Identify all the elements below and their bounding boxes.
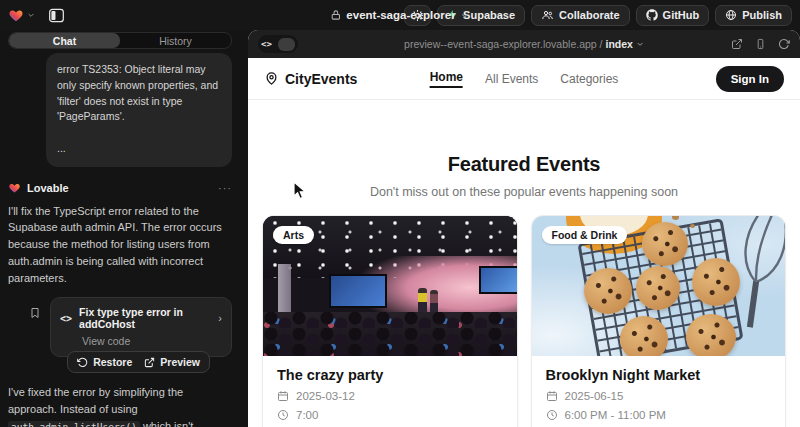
assistant-header: Lovable ··· bbox=[8, 182, 232, 194]
code-icon: <> bbox=[261, 39, 272, 49]
event-time: 7:00 bbox=[296, 409, 318, 421]
project-name: event-saga-explorer bbox=[346, 9, 455, 21]
user-message-ellipsis[interactable]: ... bbox=[57, 141, 221, 157]
event-date: 2025-03-12 bbox=[296, 390, 355, 402]
preview-url-page: index bbox=[606, 38, 633, 50]
preview-button[interactable]: Preview bbox=[144, 356, 200, 368]
publish-button[interactable]: Publish bbox=[715, 5, 792, 26]
featured-title: Featured Events bbox=[248, 153, 800, 176]
tab-history[interactable]: History bbox=[120, 33, 231, 48]
nav-all-events[interactable]: All Events bbox=[485, 72, 538, 86]
event-date-row: 2025-06-15 bbox=[546, 390, 772, 402]
calendar-icon bbox=[546, 390, 558, 402]
preview-panel: <> preview--event-saga-explorer.lovable.… bbox=[248, 30, 800, 427]
category-badge: Arts bbox=[273, 226, 314, 244]
code-preview-toggle[interactable]: <> bbox=[258, 35, 298, 53]
featured-subtitle: Don't miss out on these popular events h… bbox=[248, 185, 800, 199]
event-time-row: 6:00 PM - 11:00 PM bbox=[546, 409, 772, 421]
restore-icon bbox=[77, 357, 88, 368]
nav-categories[interactable]: Categories bbox=[560, 72, 618, 86]
lovable-heart-icon bbox=[8, 8, 24, 23]
code-icon: <> bbox=[60, 313, 72, 324]
category-badge: Food & Drink bbox=[542, 226, 628, 244]
event-time: 6:00 PM - 11:00 PM bbox=[565, 409, 666, 421]
people-icon bbox=[541, 9, 554, 21]
chat-history-tabs: Chat History bbox=[8, 32, 232, 49]
chevron-right-icon: › bbox=[218, 312, 222, 324]
nav-home[interactable]: Home bbox=[430, 70, 463, 88]
app-window: event-saga-explorer Supabase bbox=[0, 0, 800, 427]
site-brand-label: CityEvents bbox=[285, 71, 357, 87]
restore-button-label: Restore bbox=[93, 356, 132, 368]
event-title: The crazy party bbox=[277, 367, 503, 383]
top-bar: event-saga-explorer Supabase bbox=[0, 0, 800, 30]
site-preview: CityEvents Home All Events Categories Si… bbox=[248, 58, 800, 427]
preview-url-base: preview--event-saga-explorer.lovable.app… bbox=[404, 38, 602, 50]
github-icon bbox=[646, 9, 658, 21]
external-link-icon bbox=[144, 357, 155, 368]
chat-sidebar: Chat History error TS2353: Object litera… bbox=[0, 30, 240, 427]
bookmark-icon[interactable] bbox=[29, 306, 41, 320]
supabase-button-label: Supabase bbox=[463, 9, 515, 21]
event-date: 2025-06-15 bbox=[565, 390, 624, 402]
collaborate-button[interactable]: Collaborate bbox=[531, 5, 630, 26]
calendar-icon bbox=[277, 390, 289, 402]
open-in-new-tab-icon[interactable] bbox=[731, 38, 743, 50]
map-pin-icon bbox=[264, 71, 279, 86]
clock-icon bbox=[277, 409, 289, 421]
event-image-cookies: Food & Drink bbox=[532, 216, 786, 356]
globe-icon bbox=[725, 9, 737, 21]
event-time-row: 7:00 bbox=[277, 409, 503, 421]
lock-icon bbox=[330, 9, 341, 21]
code-fix-card[interactable]: <> Fix type type error in addCoHost › Vi… bbox=[50, 297, 232, 357]
site-nav: Home All Events Categories bbox=[430, 70, 619, 88]
site-header: CityEvents Home All Events Categories Si… bbox=[248, 58, 800, 100]
assistant-intro-text: I'll fix the TypeScript error related to… bbox=[8, 203, 232, 287]
preview-url-bar[interactable]: preview--event-saga-explorer.lovable.app… bbox=[404, 38, 644, 50]
event-cards: Arts The crazy party 2025-03-12 bbox=[248, 215, 800, 427]
version-toolbar: Restore Preview bbox=[67, 351, 210, 373]
collaborate-button-label: Collaborate bbox=[559, 9, 620, 21]
preview-header: <> preview--event-saga-explorer.lovable.… bbox=[248, 30, 800, 58]
site-brand[interactable]: CityEvents bbox=[264, 71, 357, 87]
event-card[interactable]: Arts The crazy party 2025-03-12 bbox=[262, 215, 518, 427]
inline-code: auth.admin.listUsers() bbox=[8, 421, 140, 427]
restore-button[interactable]: Restore bbox=[77, 356, 132, 368]
toggle-knob bbox=[278, 38, 295, 51]
sidebar-panel-icon bbox=[48, 8, 65, 23]
user-message-text: error TS2353: Object literal may only sp… bbox=[57, 62, 221, 125]
sign-in-button[interactable]: Sign In bbox=[716, 66, 784, 92]
toggle-sidebar-button[interactable] bbox=[43, 5, 69, 25]
assistant-name: Lovable bbox=[27, 182, 69, 194]
lovable-logo-menu[interactable] bbox=[8, 8, 35, 23]
publish-button-label: Publish bbox=[742, 9, 782, 21]
event-image-conference: Arts bbox=[263, 216, 517, 356]
featured-section: Featured Events Don't miss out on these … bbox=[248, 153, 800, 199]
github-button[interactable]: GitHub bbox=[636, 5, 710, 26]
lovable-heart-icon bbox=[8, 182, 21, 194]
event-card[interactable]: Food & Drink Brooklyn Night Market 2025-… bbox=[531, 215, 787, 427]
clock-icon bbox=[546, 409, 558, 421]
event-title: Brooklyn Night Market bbox=[546, 367, 772, 383]
chevron-down-icon bbox=[636, 40, 644, 48]
refresh-icon[interactable] bbox=[778, 38, 790, 50]
message-menu-button[interactable]: ··· bbox=[218, 182, 232, 194]
assistant-result-text: I've fixed the error by simplifying the … bbox=[8, 384, 232, 427]
preview-button-label: Preview bbox=[160, 356, 200, 368]
code-fix-title: Fix type type error in addCoHost bbox=[79, 306, 211, 330]
tab-chat[interactable]: Chat bbox=[9, 33, 120, 48]
user-message-bubble: error TS2353: Object literal may only sp… bbox=[46, 53, 232, 167]
view-code-link[interactable]: View code bbox=[82, 335, 222, 347]
event-date-row: 2025-03-12 bbox=[277, 390, 503, 402]
github-button-label: GitHub bbox=[663, 9, 700, 21]
mobile-view-icon[interactable] bbox=[755, 38, 766, 50]
project-switcher[interactable]: event-saga-explorer bbox=[330, 0, 469, 30]
chevron-down-icon bbox=[461, 11, 470, 20]
chevron-down-icon bbox=[27, 11, 35, 19]
